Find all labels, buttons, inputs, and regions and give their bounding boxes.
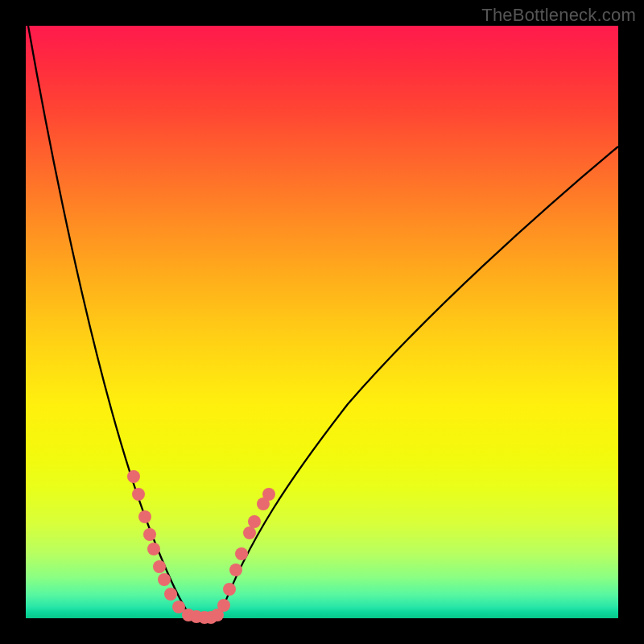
- bead: [147, 543, 160, 555]
- bead: [132, 488, 145, 501]
- bead: [257, 497, 270, 510]
- bead: [229, 564, 242, 576]
- chart-stage: TheBottleneck.com: [0, 0, 644, 644]
- beads-group: [127, 470, 275, 624]
- bead: [153, 560, 166, 573]
- bead: [127, 470, 140, 483]
- bead: [158, 573, 171, 586]
- curve-right: [219, 147, 618, 618]
- bead: [248, 515, 261, 528]
- bead: [243, 526, 256, 539]
- curve-layer: [26, 26, 618, 618]
- watermark-text: TheBottleneck.com: [481, 5, 636, 26]
- bead: [164, 588, 177, 601]
- bead: [235, 547, 248, 560]
- bead: [143, 528, 156, 541]
- bead: [223, 583, 236, 596]
- curve-left: [28, 26, 192, 618]
- bead: [138, 510, 151, 523]
- bead: [204, 611, 217, 624]
